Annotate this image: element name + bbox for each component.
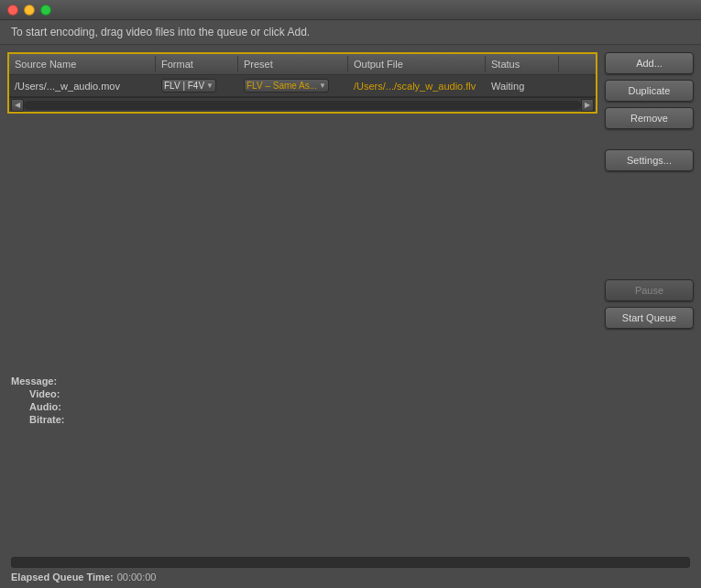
cell-preset[interactable]: FLV – Same As... ▼ [238,75,348,96]
audio-row: Audio: [11,401,690,412]
message-label: Message: [11,376,61,387]
preset-arrow-icon: ▼ [319,82,326,90]
progress-bar-container [11,557,690,568]
pause-button[interactable]: Pause [605,279,694,301]
settings-button[interactable]: Settings... [605,149,694,171]
sidebar-buttons: Add... Duplicate Remove Settings... Paus… [597,52,694,329]
col-status: Status [486,56,559,72]
message-row: Message: [11,376,690,387]
col-format: Format [156,56,238,72]
format-dropdown[interactable]: FLV | F4V ▼ [161,79,216,93]
elapsed-time-row: Elapsed Queue Time: 00:00:00 [11,572,690,583]
preset-dropdown[interactable]: FLV – Same As... ▼ [244,79,329,93]
close-button[interactable] [7,5,18,16]
bitrate-row: Bitrate: [11,414,690,425]
table-row[interactable]: /Users/..._w_audio.mov FLV | F4V ▼ FLV –… [9,75,596,97]
cell-format[interactable]: FLV | F4V ▼ [156,75,238,96]
audio-label: Audio: [11,401,61,412]
video-row: Video: [11,388,690,399]
elapsed-value: 00:00:00 [117,572,157,583]
scroll-left-button[interactable]: ◀ [11,99,24,112]
horizontal-scrollbar[interactable]: ◀ ▶ [9,97,596,112]
table-header: Source Name Format Preset Output File St… [9,54,596,75]
minimize-button[interactable] [24,5,35,16]
bottom-area: Elapsed Queue Time: 00:00:00 [0,551,701,588]
queue-table: Source Name Format Preset Output File St… [7,52,597,114]
cell-output: /Users/.../scaly_w_audio.flv [348,75,486,96]
instruction-text: To start encoding, drag video files into… [11,26,310,38]
cell-status: Waiting [486,75,559,96]
scroll-left-icon: ◀ [15,101,20,109]
queue-panel: Source Name Format Preset Output File St… [7,52,597,114]
scroll-right-button[interactable]: ▶ [581,99,594,112]
scroll-right-icon: ▶ [585,101,590,109]
bitrate-label: Bitrate: [11,414,65,425]
col-output: Output File [348,56,486,72]
elapsed-label: Elapsed Queue Time: [11,572,114,583]
dropdown-arrow-icon: ▼ [206,82,214,90]
start-queue-button[interactable]: Start Queue [605,307,694,329]
table-body: /Users/..._w_audio.mov FLV | F4V ▼ FLV –… [9,75,596,97]
cell-source: /Users/..._w_audio.mov [9,75,156,96]
col-preset: Preset [238,56,348,72]
video-label: Video: [11,388,61,399]
add-button[interactable]: Add... [605,52,694,74]
remove-button[interactable]: Remove [605,107,694,129]
main-area: Source Name Format Preset Output File St… [0,45,701,370]
title-bar [0,0,701,20]
info-panel: Message: Video: Audio: Bitrate: [0,370,701,443]
maximize-button[interactable] [40,5,51,16]
col-source: Source Name [9,56,156,72]
scrollbar-track[interactable] [24,101,581,110]
duplicate-button[interactable]: Duplicate [605,80,694,102]
instruction-bar: To start encoding, drag video files into… [0,20,701,45]
